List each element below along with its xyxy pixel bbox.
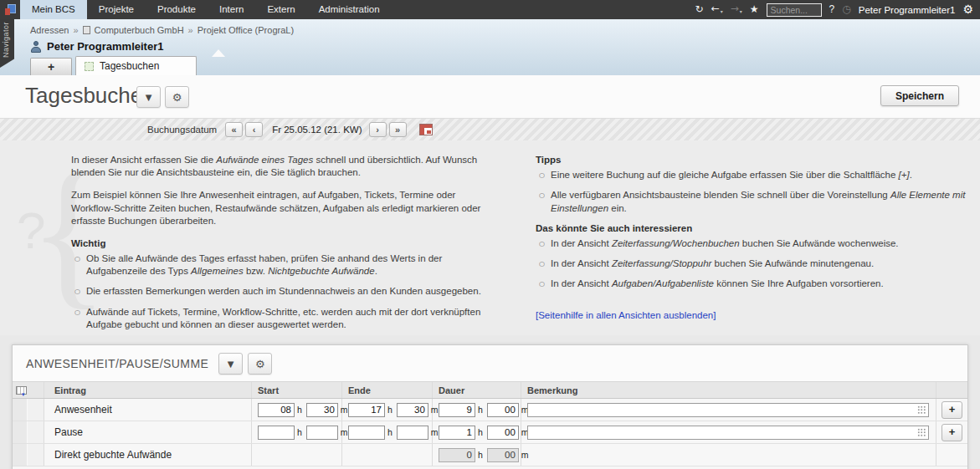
date-first-button[interactable]: «: [225, 122, 243, 137]
nav-item-extern[interactable]: Extern: [255, 0, 306, 19]
anwesenheit-start-hours-input[interactable]: [258, 403, 295, 417]
nav-item-produkte[interactable]: Produkte: [146, 0, 208, 19]
pause-add-booking-button[interactable]: +: [942, 424, 962, 441]
row-selector-cell[interactable]: [13, 444, 44, 466]
navigator-label: Navigator: [2, 22, 10, 58]
hide-help-link[interactable]: [Seitenhilfe in allen Ansichten ausblend…: [536, 309, 716, 322]
anwesenheit-add-booking-button[interactable]: +: [942, 401, 962, 419]
duration-cell: hm: [433, 444, 521, 466]
help-heading-wichtig: Wichtig: [71, 237, 494, 250]
help-bullet-list: ○Eine weitere Buchung auf die gleiche Au…: [536, 169, 967, 215]
breadcrumb-item[interactable]: Computerbuch GmbH: [95, 25, 184, 35]
help-heading-interest: Das könnte Sie auch interessieren: [536, 222, 967, 235]
breadcrumb: Adressen»Computerbuch GmbH»Projekt Offic…: [30, 25, 294, 35]
help-icon[interactable]: ?: [829, 0, 835, 19]
help-bullet-list: ○In der Ansicht Zeiterfassung/Wochenbuch…: [536, 237, 967, 291]
add-tab-button[interactable]: +: [30, 58, 72, 75]
history-forward-button[interactable]: →▾: [731, 0, 742, 21]
help-heading-tipps: Tipps: [536, 154, 967, 166]
context-header: Adressen»Computerbuch GmbH»Projekt Offic…: [0, 19, 980, 75]
calendar-icon[interactable]: [419, 124, 433, 135]
column-header-remark[interactable]: Bemerkung: [521, 382, 936, 398]
tab-document-icon: [85, 62, 94, 71]
anwesenheit-end-hours-unit: h: [387, 405, 393, 415]
context-user-name: Peter Programmleiter1: [47, 40, 163, 53]
duration-cell: hm: [433, 421, 521, 443]
gear-icon: ⚙: [255, 358, 265, 370]
pause-end-minutes-input[interactable]: [397, 426, 428, 440]
breadcrumb-separator: »: [188, 25, 193, 35]
add-cell: [936, 444, 967, 466]
logged-in-user[interactable]: Peter Programmleiter1: [859, 5, 956, 15]
breadcrumb-item[interactable]: Projekt Office (PrograL): [198, 25, 294, 35]
anwesenheit-end-minutes-input[interactable]: [397, 403, 428, 417]
column-header-end[interactable]: Ende: [342, 382, 433, 398]
date-next-button[interactable]: ›: [369, 122, 387, 137]
row-label: Pause: [54, 426, 83, 438]
row-selector-cell[interactable]: [13, 421, 44, 443]
anwesenheit-start-minutes-input[interactable]: [306, 403, 338, 417]
view-toolbar: Tagesbuchen ▼ ⚙ Speichern: [0, 75, 980, 118]
person-icon: [30, 41, 42, 53]
breadcrumb-item[interactable]: Adressen: [30, 25, 69, 35]
table-row-anwesenheit: Anwesenheithmhmhm+: [13, 399, 967, 421]
anwesenheit-duration-minutes-input[interactable]: [487, 403, 519, 417]
bcs-logo-icon[interactable]: [0, 0, 20, 19]
view-dropdown-button[interactable]: ▼: [136, 86, 161, 108]
tab-bar: + Tagesbuchen: [30, 56, 197, 75]
nav-item-intern[interactable]: Intern: [208, 0, 255, 19]
date-prev-button[interactable]: ‹: [245, 122, 263, 137]
anwesenheit-remark-input[interactable]: [527, 403, 929, 417]
anwesenheit-end-hours-input[interactable]: [348, 403, 385, 417]
anwesenheit-duration-hours-input[interactable]: [439, 403, 475, 417]
stopwatch-icon[interactable]: ◷: [842, 0, 850, 19]
table-row-direkt-gebuchte-aufwände: Direkt gebuchte Aufwändehm: [13, 444, 967, 466]
direkt-gebuchte-aufwände-duration-hours-input: [439, 448, 475, 462]
column-header-duration[interactable]: Dauer: [433, 382, 521, 398]
row-selector-cell[interactable]: [13, 399, 44, 421]
nav-item-administration[interactable]: Administration: [307, 0, 392, 19]
pause-end-hours-input[interactable]: [348, 426, 385, 440]
chevron-down-icon: ▼: [146, 93, 152, 102]
tab-tagesbuchen[interactable]: Tagesbuchen: [75, 56, 197, 75]
end-cell: hm: [342, 399, 433, 421]
nav-item-mein-bcs[interactable]: Mein BCS: [20, 0, 87, 19]
save-button[interactable]: Speichern: [880, 85, 959, 106]
panel-dropdown-button[interactable]: ▼: [218, 353, 243, 375]
back-caret-icon[interactable]: ▾: [721, 8, 723, 14]
remark-cell: [521, 399, 936, 421]
column-config-header[interactable]: ▾: [13, 382, 44, 398]
pause-remark-input[interactable]: [527, 426, 929, 440]
bullet-icon: ○: [539, 278, 551, 290]
top-navigation-bar: Mein BCSProjekteProdukteInternExternAdmi…: [0, 0, 980, 19]
refresh-icon[interactable]: ↻: [695, 0, 704, 19]
panel-settings-button[interactable]: ⚙: [248, 353, 272, 375]
column-config-caret-icon: ▾: [22, 391, 25, 398]
favorites-star-icon[interactable]: ★: [750, 0, 759, 19]
add-cell: +: [936, 399, 967, 421]
booking-date-strip: Buchungsdatum « ‹ Fr 25.05.12 (21. KW) ›…: [0, 118, 980, 140]
pause-start-hours-input[interactable]: [258, 426, 295, 440]
date-last-button[interactable]: »: [389, 122, 407, 137]
column-header-entry[interactable]: Eintrag: [44, 382, 252, 398]
tab-notch: [212, 49, 225, 57]
end-cell: [342, 444, 433, 466]
bullet-icon: ○: [539, 237, 551, 250]
help-paragraph: Zum Beispiel können Sie Ihre Anwesenheit…: [71, 189, 494, 227]
settings-gear-icon[interactable]: ⚙: [962, 0, 973, 19]
back-arrow-icon: ←: [711, 3, 720, 14]
pause-duration-hours-unit: h: [478, 427, 483, 437]
nav-item-projekte[interactable]: Projekte: [87, 0, 146, 19]
add-cell: +: [936, 421, 967, 443]
help-bullet: ○Eine weitere Buchung auf die gleiche Au…: [539, 169, 967, 181]
table-header-row: ▾ Eintrag Start Ende Dauer Bemerkung: [13, 381, 967, 399]
pause-start-minutes-input[interactable]: [306, 426, 338, 440]
column-header-start[interactable]: Start: [252, 382, 342, 398]
search-input[interactable]: [767, 3, 822, 17]
view-settings-button[interactable]: ⚙: [165, 86, 189, 108]
history-back-button[interactable]: ←▾: [711, 0, 723, 21]
pause-duration-minutes-input[interactable]: [487, 426, 519, 440]
tab-label: Tagesbuchen: [100, 60, 159, 72]
forward-caret-icon[interactable]: ▾: [740, 8, 742, 14]
pause-duration-hours-input[interactable]: [439, 426, 475, 440]
